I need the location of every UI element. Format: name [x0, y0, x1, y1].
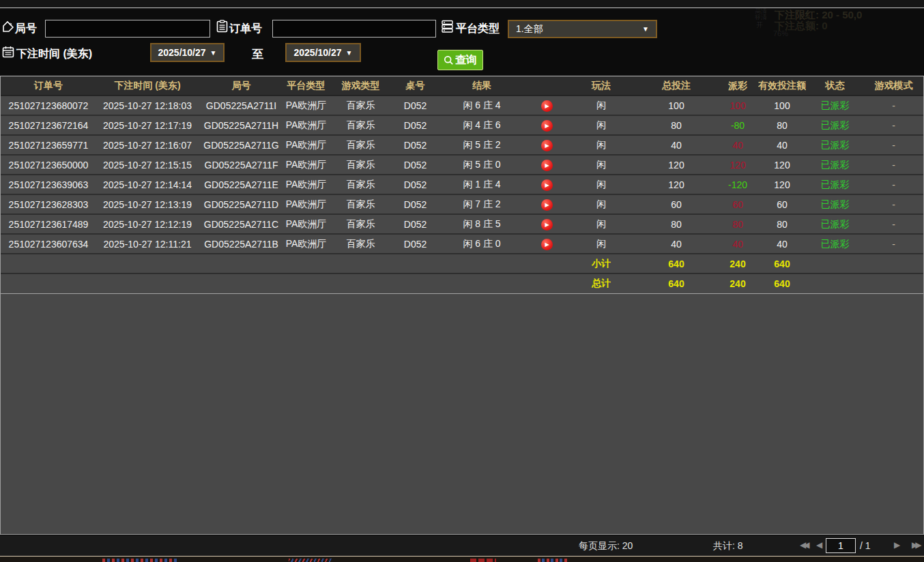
cell-valid-bet: 100 — [758, 95, 806, 115]
cell-total-bet: 120 — [635, 175, 717, 194]
play-video-icon[interactable]: ▶ — [541, 140, 553, 151]
cell-total-bet: 40 — [635, 135, 717, 155]
col-payout: 派彩 — [717, 76, 758, 95]
cell-table-no: D052 — [393, 115, 437, 135]
top-border-strip — [0, 0, 924, 8]
col-game-type: 游戏类型 — [328, 76, 393, 95]
cell-platform: PA欧洲厅 — [284, 175, 328, 194]
status-badge: 已派彩 — [806, 115, 864, 135]
status-badge: 已派彩 — [806, 194, 864, 214]
cell-total-bet: 80 — [635, 115, 717, 135]
bet-history-window: { "form": { "round_label": "局号", "round_… — [0, 0, 924, 562]
cell-platform: PA欧洲厅 — [284, 115, 328, 135]
cell-table-no: D052 — [393, 214, 437, 234]
table-row: 2510271236721642025-10-27 12:17:19GD0522… — [1, 115, 923, 135]
grand-total-spacer — [1, 273, 567, 293]
cell-game-type: 百家乐 — [328, 214, 393, 234]
search-button-label: 查询 — [455, 53, 477, 68]
roadmap-dots-fragment — [102, 559, 177, 562]
subtotal-total-bet: 640 — [635, 254, 717, 273]
cell-order-no: 251027123650000 — [1, 155, 96, 175]
cell-game-mode: - — [864, 155, 923, 175]
cell-payout: -120 — [717, 175, 758, 194]
search-button[interactable]: 查询 — [437, 50, 483, 70]
play-video-icon[interactable]: ▶ — [541, 219, 553, 231]
last-page-icon[interactable]: ▶▶ — [912, 540, 919, 550]
status-badge: 已派彩 — [806, 234, 864, 254]
cell-game-mode: - — [864, 135, 923, 155]
table-row: 2510271236597712025-10-27 12:16:07GD0522… — [1, 135, 923, 155]
subtotal-payout: 240 — [717, 254, 758, 273]
cell-result: 闲 6 庄 0 — [437, 234, 526, 254]
subtotal-label: 小计 — [567, 254, 635, 273]
cell-replay: ▶ — [526, 155, 567, 175]
first-page-icon[interactable]: ◀◀ — [800, 540, 807, 550]
cell-bet-time: 2025-10-27 12:17:19 — [96, 115, 199, 135]
col-status: 状态 — [806, 76, 864, 95]
cell-payout: 120 — [717, 155, 758, 175]
next-page-icon[interactable]: ▶ — [894, 540, 900, 550]
cell-bet-time: 2025-10-27 12:13:19 — [96, 194, 199, 214]
cell-valid-bet: 120 — [758, 155, 806, 175]
col-game-mode: 游戏模式 — [864, 76, 923, 95]
cell-round-no: GD05225A2711E — [199, 175, 284, 194]
col-play: 玩法 — [567, 76, 635, 95]
table-row: 2510271236500002025-10-27 12:15:15GD0522… — [1, 155, 923, 175]
cell-platform: PA欧洲厅 — [284, 214, 328, 234]
play-video-icon[interactable]: ▶ — [541, 120, 553, 132]
round-input[interactable] — [45, 20, 210, 38]
cell-result: 闲 5 庄 0 — [437, 155, 526, 175]
cell-total-bet: 60 — [635, 194, 717, 214]
cell-platform: PA欧洲厅 — [284, 135, 328, 155]
cell-order-no: 251027123672164 — [1, 115, 96, 135]
round-label: 局号 — [15, 22, 37, 36]
cell-replay: ▶ — [526, 135, 567, 155]
cell-valid-bet: 120 — [758, 175, 806, 194]
platform-type-label: 平台类型 — [456, 22, 500, 36]
col-platform: 平台类型 — [284, 76, 328, 95]
order-input[interactable] — [272, 20, 436, 38]
cell-table-no: D052 — [393, 175, 437, 194]
cell-table-no: D052 — [393, 95, 437, 115]
table-row: 2510271236174892025-10-27 12:12:19GD0522… — [1, 214, 923, 234]
col-valid-bet: 有效投注额 — [758, 76, 806, 95]
date-to-picker[interactable]: 2025/10/27 ▼ — [285, 43, 361, 62]
prev-page-icon[interactable]: ◀ — [816, 540, 822, 550]
search-icon — [444, 55, 454, 65]
col-round-no: 局号 — [199, 76, 284, 95]
cell-play: 闲 — [567, 95, 635, 115]
page-number-input[interactable] — [826, 538, 856, 553]
table-row: 2510271236076342025-10-27 12:11:21GD0522… — [1, 234, 923, 254]
cell-total-bet: 100 — [635, 95, 717, 115]
play-video-icon[interactable]: ▶ — [541, 239, 553, 250]
play-video-icon[interactable]: ▶ — [541, 100, 553, 112]
date-to-value: 2025/10/27 — [294, 47, 342, 58]
cell-game-type: 百家乐 — [328, 234, 393, 254]
red-text-fragment — [470, 559, 496, 562]
cell-game-mode: - — [864, 214, 923, 234]
cell-round-no: GD05225A2711D — [199, 194, 284, 214]
cell-play: 闲 — [567, 214, 635, 234]
roadmap-slash-fragment — [289, 559, 332, 562]
cell-platform: PA欧洲厅 — [284, 95, 328, 115]
cell-result: 闲 1 庄 4 — [437, 175, 526, 194]
cell-game-type: 百家乐 — [328, 115, 393, 135]
total-count-text: 共计: 8 — [713, 540, 743, 552]
platform-type-select[interactable]: 1.全部 ▼ — [508, 20, 657, 38]
cell-game-mode: - — [864, 194, 923, 214]
cell-payout: 40 — [717, 135, 758, 155]
cell-order-no: 251027123617489 — [1, 214, 96, 234]
table-row: 2510271236800722025-10-27 12:18:03GD0522… — [1, 95, 923, 115]
play-video-icon[interactable]: ▶ — [541, 160, 553, 171]
cell-table-no: D052 — [393, 234, 437, 254]
play-video-icon[interactable]: ▶ — [541, 199, 553, 211]
date-from-value: 2025/10/27 — [158, 47, 206, 58]
cell-payout: 40 — [717, 234, 758, 254]
date-from-picker[interactable]: 2025/10/27 ▼ — [150, 43, 225, 62]
grand-total-row: 总计 640 240 640 — [1, 273, 923, 293]
clipboard-icon — [216, 20, 228, 33]
status-badge: 已派彩 — [806, 155, 864, 175]
roadmap-dots-fragment — [538, 559, 568, 562]
play-video-icon[interactable]: ▶ — [541, 179, 553, 191]
cell-play: 闲 — [567, 234, 635, 254]
